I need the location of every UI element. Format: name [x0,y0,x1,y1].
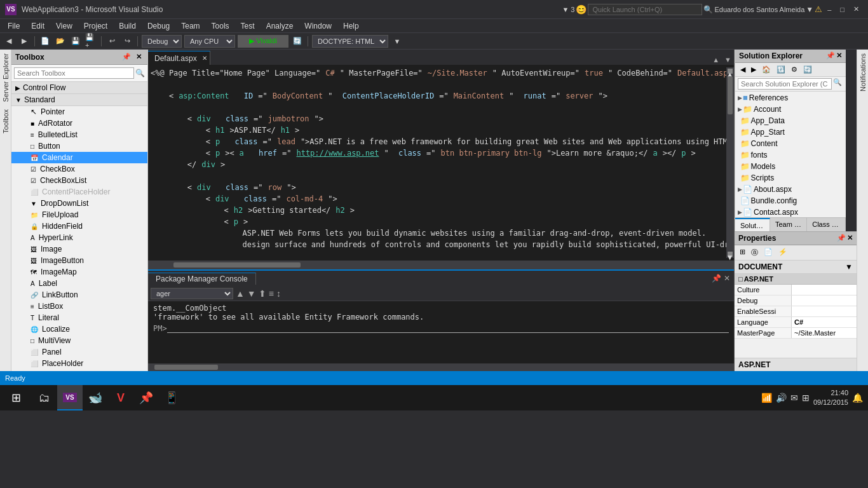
tool-adrotator[interactable]: ■ AdRotator [11,118,147,129]
tool-hyperlink[interactable]: A HyperLink [11,232,147,243]
se-item-models[interactable]: 📁 Models [735,161,846,172]
tab-default-aspx[interactable]: Default.aspx ✕ [148,51,210,65]
se-refresh-btn[interactable]: 🔃 [774,64,788,75]
platform-dropdown[interactable]: Any CPU [184,35,235,48]
start-button[interactable]: ▶ Vivaldi [238,35,288,48]
tool-contentplaceholder[interactable]: ⬜ ContentPlaceHolder [11,186,147,198]
standard-section[interactable]: ▼ Standard [11,94,147,106]
user-dropdown-icon[interactable]: ▼ [806,5,813,14]
vscroll-down[interactable]: ▼ [728,252,733,257]
se-tab-team[interactable]: Team E... [770,218,807,231]
toolbar-dropdown-arrow[interactable]: ▼ [391,35,403,48]
toolbox-search-icon[interactable]: 🔍 [135,69,145,78]
menu-build[interactable]: Build [114,20,141,32]
notif-tab[interactable]: Notifications [858,50,868,95]
prop-event-btn[interactable]: ⚡ [776,247,790,259]
menu-project[interactable]: Project [79,20,112,32]
vscroll-up[interactable]: ▲ [728,69,733,74]
se-item-scripts[interactable]: 📁 Scripts [735,172,846,184]
taskbar-app1[interactable]: 📌 [133,385,159,410]
hscroll-thumb[interactable] [173,262,301,268]
tool-checkboxlist[interactable]: ☑ CheckBoxList [11,175,147,186]
pmc-hscrollbar[interactable] [148,363,734,371]
se-item-appdata[interactable]: 📁 App_Data [735,115,846,126]
menu-test[interactable]: Test [236,20,260,32]
se-tab-solution[interactable]: Solutio... [735,218,770,231]
se-item-account[interactable]: ▶ 📁 Account [735,104,846,115]
code-editor[interactable]: <%@ Page Title="Home Page" Language="C#"… [148,65,734,261]
start-button[interactable]: ⊞ [0,385,32,410]
se-close-btn[interactable]: ✕ [836,51,842,60]
tool-bulletedlist[interactable]: ≡ BulletedList [11,129,147,140]
debug-mode-dropdown[interactable]: Debug [142,35,182,48]
prop-categorized-btn[interactable]: ⊞ [737,247,748,259]
tool-label[interactable]: A Label [11,278,147,289]
se-nav-back[interactable]: ◀ [738,64,748,75]
tool-checkbox[interactable]: ☑ CheckBox [11,163,147,175]
control-flow-section[interactable]: ▶ Control Flow [11,82,147,94]
pmc-input[interactable] [167,324,729,333]
pmc-btn5[interactable]: ↕ [276,288,281,299]
prop-alpha-btn[interactable]: ⓐ [749,247,761,259]
editor-vscrollbar[interactable]: ▲ ▼ [726,67,734,258]
menu-debug[interactable]: Debug [142,20,175,32]
se-item-about[interactable]: ▶ 📄 About.aspx [735,184,846,195]
tool-hiddenfield[interactable]: 🔒 HiddenField [11,220,147,232]
se-search-input[interactable] [738,78,832,90]
pmc-hscroll-thumb[interactable] [154,365,218,370]
tool-dropdownlist[interactable]: ▼ DropDownList [11,198,147,209]
prop-debug-value[interactable] [792,295,857,306]
se-tab-classview[interactable]: Class Vi... [807,218,846,231]
prop-enablesessi-value[interactable] [792,306,857,316]
se-item-bundle[interactable]: 📄 Bundle.config [735,195,846,207]
toolbar-back[interactable]: ◀ [3,35,15,48]
tool-pointer[interactable]: ↖ Pointer [11,106,147,118]
bottom-panel-close[interactable]: ✕ [724,274,730,283]
prop-culture-value[interactable] [792,285,857,295]
toolbar-open[interactable]: 📂 [54,35,67,48]
prop-page-btn[interactable]: 📄 [761,247,775,259]
se-settings-btn[interactable]: ⚙ [789,64,800,75]
tool-multiview[interactable]: □ MultiView [11,335,147,346]
prop-dropdown-arrow[interactable]: ▼ [845,262,853,271]
taskbar-app2[interactable]: 📱 [159,385,184,410]
pmc-btn3[interactable]: ⬆ [259,288,266,299]
doctype-dropdown[interactable]: DOCTYPE: HTML5 [312,35,388,48]
menu-view[interactable]: View [51,20,78,32]
bottom-panel-pin[interactable]: 📌 [712,274,721,283]
tool-panel[interactable]: ⬜ Panel [11,346,147,358]
toolbar-forward[interactable]: ▶ [18,35,31,48]
prop-close-btn[interactable]: ✕ [847,234,853,243]
se-pin-btn[interactable]: 📌 [826,51,835,60]
editor-scroll-down[interactable]: ▼ [722,55,734,65]
tool-radiobutton[interactable]: ◉ RadioButton [11,369,147,371]
menu-window[interactable]: Window [299,20,337,32]
minimize-button[interactable]: – [824,4,835,15]
pmc-btn1[interactable]: ▲ [236,288,245,299]
tool-fileupload[interactable]: 📁 FileUpload [11,209,147,220]
tool-literal[interactable]: T Literal [11,312,147,323]
tab-close-btn[interactable]: ✕ [202,55,207,62]
menu-file[interactable]: File [3,20,25,32]
taskbar-docker[interactable]: 🐋 [83,385,108,410]
menu-help[interactable]: Help [338,20,364,32]
menu-edit[interactable]: Edit [26,20,50,32]
toolbox-pin-btn[interactable]: 📌 [120,52,133,62]
server-explorer-tab[interactable]: Server Explorer [1,50,11,105]
pmc-btn4[interactable]: ≡ [269,288,274,299]
pmc-source-dropdown[interactable]: ager [151,288,233,299]
close-button[interactable]: ✕ [850,4,863,15]
tool-listbox[interactable]: ≡ ListBox [11,301,147,312]
tool-imagebutton[interactable]: 🖼 ImageButton [11,255,147,266]
notifications-bell[interactable]: 🔔 [852,393,863,403]
prop-masterpage-value[interactable]: ~/Site.Master [792,328,857,338]
tool-button[interactable]: □ Button [11,140,147,152]
se-item-contact[interactable]: ▶ 📄 Contact.aspx [735,207,846,217]
se-refresh2-btn[interactable]: 🔄 [801,64,815,75]
se-nav-forward[interactable]: ▶ [749,64,759,75]
toolbox-close-btn[interactable]: ✕ [134,52,144,62]
pmc-btn2[interactable]: ▼ [247,288,256,299]
search-toolbox-input[interactable] [14,67,134,79]
se-properties-btn[interactable]: 🏠 [759,64,773,75]
tab-package-manager[interactable]: Package Manager Console [148,273,256,285]
